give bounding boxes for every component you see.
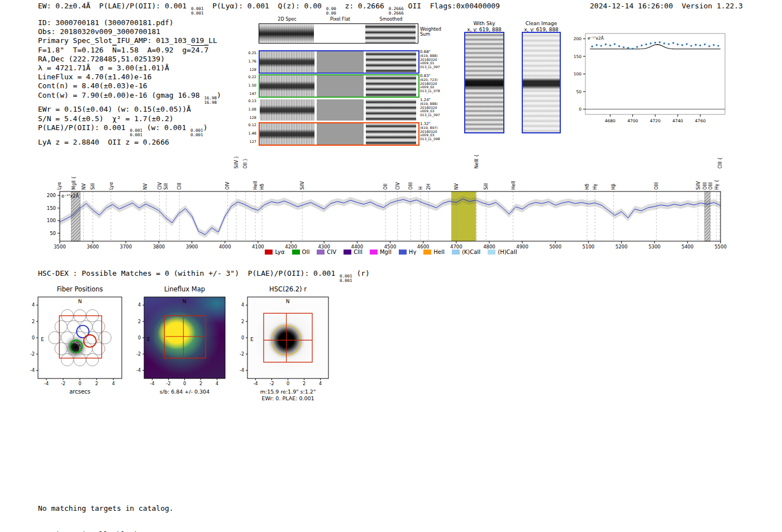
emission-line-label: Hγ xyxy=(593,184,598,190)
y-tick-label: -2 xyxy=(30,352,35,357)
uncertainty-stack: 0.0010.001 xyxy=(340,274,352,284)
plot-frame xyxy=(247,297,328,378)
y-tick-label: 200 xyxy=(47,193,56,198)
spec2d-column-header: Smoothed xyxy=(366,17,416,22)
y-tick-label: 50 xyxy=(50,231,56,236)
data-point xyxy=(632,47,633,49)
lineflux-map-plot: -4-4-2-2002244NE xyxy=(128,293,235,387)
legend-item: (H)CaII xyxy=(488,249,517,255)
data-point xyxy=(681,44,683,46)
x-tick-label: 4 xyxy=(112,381,115,386)
emission-line-label: SiIV xyxy=(300,181,305,190)
weighted-sum-label-line: Weighted xyxy=(420,27,441,32)
lineflux-map-xlabel: s/b: 6.84 +/- 0.304 xyxy=(144,389,225,395)
legend-label: MgII xyxy=(380,249,392,255)
legend-swatch xyxy=(292,250,300,255)
clean-image-title-text: Clean Image xyxy=(513,21,569,27)
legend-swatch xyxy=(344,250,351,255)
text-segment: ) xyxy=(203,123,208,132)
scale-value: 1.50 xyxy=(249,84,256,88)
legend-item: HeII xyxy=(423,249,445,255)
legend-swatch xyxy=(452,250,460,255)
text-segment: OII Flags:0x00400009 xyxy=(404,2,500,10)
y-tick-label: 2 xyxy=(241,319,244,324)
emission-line-label: SiII xyxy=(90,183,96,190)
y-tick-label: 2 xyxy=(32,319,35,324)
pixel-flat-image xyxy=(317,75,364,97)
spectrum-legend: LyαOIICIVCIIIMgIIHγHeII(K)CaII(H)CaII xyxy=(0,249,782,255)
emission-line-label: SiII xyxy=(164,183,169,190)
x-tick-label: 4720 xyxy=(650,118,660,123)
hsc-cutout-plot: -4-4-2-2002244NE xyxy=(232,293,338,387)
scale-value: 1.08 xyxy=(249,108,256,112)
emission-line-label: HeII xyxy=(253,181,258,190)
text-segment: LineFlux = 4.70(±1.40)e-16 xyxy=(38,73,152,81)
scale-value: 0.12 xyxy=(249,123,256,127)
y-tick-label: 150 xyxy=(574,54,582,59)
elixer-report-page: EW: 0.2±0.4Å P(LAE)/P(OII): 0.001 0.0010… xyxy=(0,0,782,532)
clean-image xyxy=(522,32,561,133)
x-tick-label: 0 xyxy=(183,381,186,386)
compass-east: E xyxy=(41,337,44,342)
annotation-line: 013_LL_097 xyxy=(420,113,440,117)
data-point xyxy=(605,44,607,45)
spec2d-row xyxy=(259,74,419,98)
text-segment: Obs: 20180320v009_3000700181 xyxy=(38,27,160,36)
emission-line-label: NV xyxy=(143,183,148,190)
x-tick-label: -4 xyxy=(254,381,258,386)
legend-label: CIV xyxy=(327,249,336,255)
smoothed-image xyxy=(366,75,416,97)
uncertainty-stack: 0.0010.001 xyxy=(190,128,203,138)
spectrum-frame xyxy=(60,191,721,241)
legend-item: CIV xyxy=(317,249,336,255)
spacer xyxy=(673,2,682,10)
pixel-flat-image xyxy=(317,99,364,121)
text-segment: P(LAE)/P(OII): 0.001 xyxy=(38,123,130,132)
weighted-sum-label-line: Sum xyxy=(420,32,441,37)
data-point xyxy=(627,47,629,49)
compass-north: N xyxy=(78,299,82,304)
scale-value: 127 xyxy=(250,140,256,144)
report-version: Version 1.22.3 xyxy=(681,2,743,10)
legend-label: Lyα xyxy=(275,249,284,255)
report-datetime: 2024-12-14 16:26:00 xyxy=(590,2,673,10)
scale-value: 147 xyxy=(250,92,256,96)
info-line: Obs: 20180320v009_3000700181 xyxy=(38,27,221,36)
scale-value: 0.13 xyxy=(249,99,256,103)
pixel-flat-image xyxy=(317,123,364,145)
y-tick-label: 200 xyxy=(574,36,582,41)
info-line: RA,Dec (222.728485,51.025139) xyxy=(38,55,221,64)
x-tick-label: 4680 xyxy=(605,118,616,123)
line-fit-inset-chart: 05010015020046804700472047404760e⁻¹⁷x2Å xyxy=(563,28,731,128)
emission-line-label: NeIII { xyxy=(474,154,479,169)
legend-item: Hγ xyxy=(399,249,416,255)
spec2d-row xyxy=(259,98,419,122)
smoothed-image xyxy=(366,99,416,121)
scale-value: 1.76 xyxy=(249,60,256,64)
spec2d-column-header: Pixel Flat xyxy=(317,17,364,22)
emission-line-label: CIV xyxy=(158,182,163,190)
y-tick-label: 4 xyxy=(32,303,35,308)
with-sky-title-text: With Sky xyxy=(456,21,512,27)
y-tick-label: -2 xyxy=(240,352,244,357)
y-tick-label: 0 xyxy=(579,107,581,112)
text-segment: P(Lyα): 0.001 Q(z): 0.00 xyxy=(204,2,326,10)
info-line: LineFlux = 4.70(±1.40)e-16 xyxy=(38,73,221,82)
hsc-cutout-xlabel: m:15.9 re:1.9" s:1.2" xyxy=(247,389,328,395)
y-tick-label: 0 xyxy=(32,336,35,341)
emission-line-label: Hδ xyxy=(260,184,265,190)
data-point xyxy=(623,46,624,48)
emission-line-label: SiII xyxy=(484,183,489,190)
text-segment: ) xyxy=(217,91,221,99)
y-tick-label: 100 xyxy=(574,71,582,76)
spec2d-row xyxy=(259,122,419,146)
smoothed-image xyxy=(365,24,416,43)
text-segment: Cont(w) = 7.90(±0.00)e-16 (gmag 16.98 xyxy=(38,91,204,99)
compass-east: E xyxy=(147,337,150,342)
emission-line-label: CIV xyxy=(395,182,400,190)
y-tick-label: 4 xyxy=(138,303,141,308)
y-tick-label: 0 xyxy=(241,336,244,341)
spec2d-image xyxy=(259,24,314,43)
uncertainty-stack: 0.0010.001 xyxy=(130,128,142,138)
with-sky-title: With Sky x, y: 619, 888 xyxy=(456,21,512,32)
